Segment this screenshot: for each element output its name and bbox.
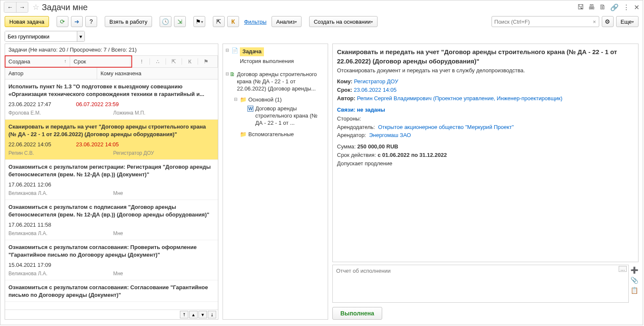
attach-icon[interactable]: 📎 (630, 277, 639, 284)
grouping-select[interactable]: ▾ (5, 31, 85, 42)
task-created: 23.06.2022 17:47 (8, 101, 76, 107)
list-down-button[interactable]: ▼ (198, 311, 207, 318)
column-due[interactable]: Срок (70, 56, 130, 67)
search-clear-icon[interactable]: × (590, 19, 599, 25)
task-due: 23.06.2022 14:05 (76, 141, 119, 148)
detail-to-link[interactable]: Регистратор ДОУ (354, 78, 398, 85)
save-icon[interactable]: 🖫 (577, 3, 584, 11)
tree-folder-aux[interactable]: Вспомогательные (248, 131, 294, 138)
tab-task[interactable]: Задача (240, 47, 264, 56)
task-row[interactable]: Ознакомиться с результатом согласования:… (5, 240, 218, 280)
export-button[interactable]: ⇲ (174, 16, 186, 27)
detail-period: с 01.06.2022 по 31.12.2022 (378, 152, 447, 158)
column-assigned[interactable]: Кому назначена (97, 68, 218, 79)
analysis-button[interactable]: Анализ (272, 16, 302, 27)
detail-sum: 250 000,00 RUB (357, 143, 398, 150)
search-input[interactable] (492, 19, 590, 25)
column-created[interactable]: Создана ↑ (5, 56, 70, 67)
favorite-star-icon[interactable]: ☆ (33, 3, 39, 12)
column-author[interactable]: Автор (5, 68, 97, 79)
detail-author-link[interactable]: Репин Сергей Владимирович (Проектное упр… (357, 95, 562, 101)
report-input[interactable] (333, 265, 628, 277)
task-created: 15.04.2021 17:09 (8, 262, 76, 268)
report-box[interactable]: … (332, 265, 629, 303)
detail-lessor-link[interactable]: Открытое акционерное общество "Меркурий … (378, 124, 514, 130)
detail-subtitle: Отсканировать документ и передать на уче… (337, 67, 634, 75)
tree-collapse-icon[interactable]: ⊟ (226, 71, 229, 77)
detail-due-link[interactable]: 23.06.2022 14:05 (354, 87, 397, 93)
preview-icon[interactable]: 🗎 (599, 3, 606, 11)
tree-collapse-icon[interactable]: ⊟ (234, 96, 239, 102)
tree-pane: ⊟ 📄 Задача История выполнения ⊟ 🗎 Догово… (223, 44, 328, 320)
tree-doc-main[interactable]: Договор аренды строительного крана (№ ДА… (237, 71, 325, 93)
task-title: Ознакомиться с результатом согласования:… (5, 242, 218, 259)
forward-button[interactable]: ➜ (71, 16, 83, 27)
task-row[interactable]: Ознакомиться с результатом согласования:… (5, 280, 218, 301)
settings-button[interactable]: ⚙ (602, 16, 614, 27)
sort-asc-icon: ↑ (64, 58, 67, 63)
column-flag-icon[interactable]: ⚑ (198, 58, 214, 65)
create-based-on-button[interactable]: Создать на основании (309, 16, 378, 27)
detail-lessee-link[interactable]: Энергомаш ЗАО (369, 132, 411, 138)
nav-forward-button[interactable]: → (16, 2, 28, 12)
detail-prolong: Допускает продление (337, 160, 634, 168)
list-last-button[interactable]: ⤓ (208, 311, 216, 318)
k-button[interactable]: К (227, 16, 239, 27)
clock-button[interactable]: 🕓 (160, 16, 171, 27)
task-due: 06.07.2022 23:59 (76, 101, 119, 107)
task-assigned: Ложкина М.П. (113, 110, 145, 116)
list-up-button[interactable]: ▲ (189, 311, 198, 318)
task-created: 17.06.2021 11:58 (8, 222, 76, 228)
task-title: Ознакомиться с результатом с подписания … (5, 202, 218, 219)
task-created: 22.06.2022 14:05 (8, 141, 76, 148)
column-k-icon[interactable]: К (182, 58, 198, 65)
task-list-pane: Задачи (Не начато: 20 / Просрочено: 7 / … (5, 44, 218, 320)
grouping-value (5, 31, 77, 41)
task-title: Исполнить пункт № 1.3 "О подготовке к вы… (5, 81, 218, 99)
take-to-work-button[interactable]: Взять в работу (105, 16, 152, 27)
column-group-icon[interactable]: ⛬ (150, 58, 166, 65)
task-row[interactable]: Ознакомиться с результатом с подписания … (5, 200, 218, 240)
task-author: Великанова Л.А. (8, 230, 113, 236)
tree-collapse-button[interactable]: ⇱ (213, 16, 225, 27)
tree-doc-file[interactable]: Договор аренды строительного крана (№ ДА… (255, 105, 325, 127)
list-first-button[interactable]: ⤒ (180, 311, 188, 318)
column-tree-icon[interactable]: ⇱ (166, 58, 182, 65)
tree-folder-main[interactable]: Основной (1) (248, 96, 282, 104)
task-title: Сканировать и передать на учет "Договор … (5, 121, 218, 139)
flag-menu-button[interactable]: ⚑ (193, 16, 205, 27)
status-summary: Задачи (Не начато: 20 / Просрочено: 7 / … (5, 44, 218, 56)
paste-icon[interactable]: 📋 (630, 287, 639, 294)
task-row[interactable]: Сканировать и передать на учет "Договор … (5, 120, 218, 160)
task-row[interactable]: Ознакомиться с результатом регистрации: … (5, 160, 218, 200)
filters-link[interactable]: Фильтры (242, 19, 269, 25)
refresh-button[interactable]: ⟳ (57, 16, 68, 27)
nav-back-button[interactable]: ← (4, 2, 16, 12)
task-author: Репин С.В. (8, 150, 113, 156)
print-icon[interactable]: 🖶 (588, 3, 595, 11)
tree-collapse-icon[interactable]: ⊟ (226, 47, 231, 53)
folder-icon: 📁 (240, 96, 247, 104)
detail-title: Сканировать и передать на учет "Договор … (337, 47, 634, 66)
toolbar-more-button[interactable]: Еще (616, 16, 639, 27)
link-icon[interactable]: 🔗 (610, 3, 619, 11)
help-button[interactable]: ? (85, 16, 97, 27)
column-priority-icon[interactable]: ! (134, 58, 150, 65)
grouping-dropdown-icon[interactable]: ▾ (77, 31, 84, 41)
task-icon: 📄 (231, 47, 238, 55)
tree-history-item[interactable]: История выполнения (240, 58, 294, 65)
add-icon[interactable]: ➕ (630, 266, 639, 274)
new-task-button[interactable]: Новая задача (5, 16, 49, 27)
task-title: Ознакомиться с результатом регистрации: … (5, 162, 218, 179)
detail-relations[interactable]: Связи: не заданы (337, 106, 634, 114)
report-expand-button[interactable]: … (619, 266, 627, 272)
close-icon[interactable]: ✕ (634, 3, 639, 11)
page-title: Задачи мне (42, 3, 88, 12)
task-author: Великанова Л.А. (8, 271, 113, 277)
word-doc-icon: W (247, 105, 253, 112)
done-button[interactable]: Выполнена (332, 307, 382, 320)
search-box[interactable]: × (492, 16, 599, 27)
task-row[interactable]: Исполнить пункт № 1.3 "О подготовке к вы… (5, 79, 218, 120)
task-assigned: Мне (113, 271, 123, 277)
more-menu-icon[interactable]: ⋮ (623, 3, 630, 11)
